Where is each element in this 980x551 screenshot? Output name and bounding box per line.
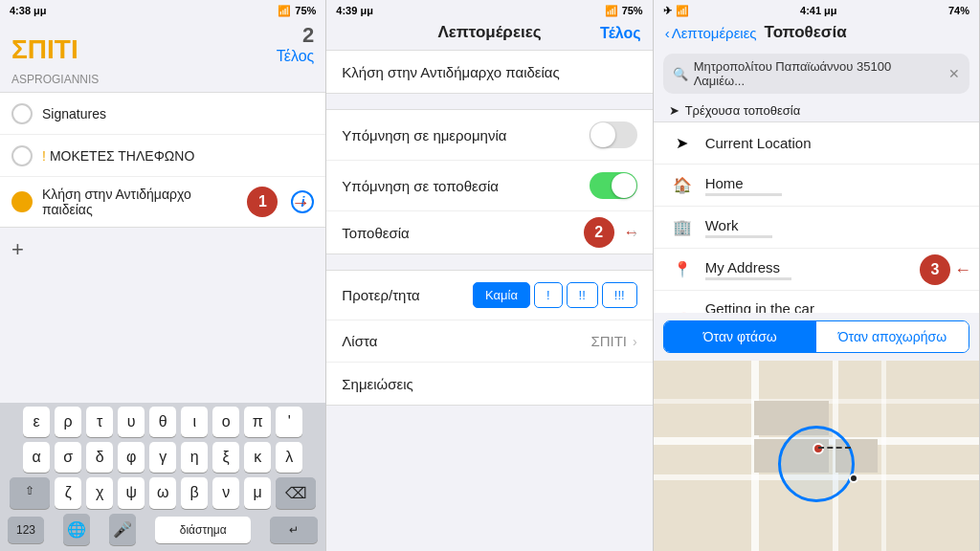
list-title: ΣΠΙΤΙ <box>11 34 78 65</box>
priority-none-button[interactable]: Καμία <box>473 282 530 308</box>
key-ps[interactable]: ψ <box>118 477 145 509</box>
key-g[interactable]: γ <box>149 442 176 473</box>
list-item[interactable]: ! ΜΟΚΕΤΕΣ ΤΗΛΕΦΩΝΟ <box>0 135 325 177</box>
key-f[interactable]: φ <box>118 442 145 473</box>
key-b[interactable]: β <box>181 477 208 509</box>
arrive-leave-tabs: Όταν φτάσω Όταν αποχωρήσω <box>663 320 969 353</box>
date-reminder-label: Υπόμνηση σε ημερομηνία <box>342 127 589 143</box>
delete-key[interactable]: ⌫ <box>276 477 316 509</box>
key-mic[interactable]: 🎤 <box>109 514 136 545</box>
done-button-1[interactable]: Τέλος <box>277 48 315 65</box>
warn-icon: ! <box>42 148 46 164</box>
list-item-my-address[interactable]: 📍 My Address 3 ← <box>654 249 979 291</box>
key-shift[interactable]: ⇧ <box>10 477 50 509</box>
key-num[interactable]: 123 <box>8 517 44 543</box>
tab-arrive[interactable]: Όταν φτάσω <box>664 321 816 352</box>
panel-location: ✈ 📶 4:41 μμ 74% ‹ Λεπτομέρειες Τοποθεσία… <box>654 0 980 551</box>
key-i[interactable]: ι <box>181 407 208 437</box>
notes-label: Σημειώσεις <box>342 376 636 392</box>
item-count: 2 <box>302 23 314 48</box>
key-n[interactable]: ν <box>212 477 239 509</box>
annotation-1: 1 <box>247 187 278 217</box>
detail-row-title: Κλήση στην Αντιδήμαρχο παιδείας <box>326 51 652 93</box>
key-o[interactable]: ο <box>212 407 239 437</box>
list-item-work[interactable]: 🏢 Work <box>654 207 979 249</box>
priority-2-button[interactable]: !! <box>567 282 598 308</box>
work-label: Work <box>705 217 772 233</box>
key-globe[interactable]: 🌐 <box>63 514 90 545</box>
date-reminder-toggle[interactable] <box>590 121 637 148</box>
annotation-3: 3 <box>920 254 950 285</box>
list-item-active[interactable]: Κλήση στην Αντιδήμαρχοπαιδείας i 1 → <box>0 177 325 227</box>
kb-row-2: α σ δ φ γ η ξ κ λ <box>2 442 323 473</box>
detail-row-priority: Προτερ/τητα Καμία ! !! !!! <box>326 271 652 320</box>
status-time-3: 4:41 μμ <box>800 5 837 16</box>
kb-row-3: ⇧ ζ χ ψ ω β ν μ ⌫ <box>2 477 323 509</box>
done-button-2[interactable]: Τέλος <box>600 25 641 42</box>
battery-label-1: 75% <box>295 5 316 16</box>
wifi-icon: 📶 <box>278 5 291 17</box>
location-header: ‹ Λεπτομέρειες Τοποθεσία <box>654 19 979 48</box>
details-title: Λεπτομέρειες <box>338 23 640 42</box>
annotation-2: 2 <box>584 217 614 248</box>
map-pin <box>813 443 824 454</box>
map-view[interactable] <box>654 361 979 551</box>
key-s[interactable]: σ <box>55 442 81 473</box>
priority-3-button[interactable]: !!! <box>602 282 637 308</box>
location-search[interactable]: 🔍 Μητροπολίτου Παπαϊωάννου 35100 Λαμιέω.… <box>663 54 969 94</box>
list-item-getting-in[interactable]: 🚗 Getting in the car When connected to a… <box>654 291 979 313</box>
location-reminder-label: Υπόμνηση σε τοποθεσία <box>342 178 589 194</box>
key-ch[interactable]: χ <box>86 477 113 509</box>
wifi-icon-2: 📶 <box>605 5 618 17</box>
key-d[interactable]: δ <box>86 442 113 473</box>
detail-row-list[interactable]: Λίστα ΣΠΙΤΙ › <box>326 320 652 363</box>
reminder-list: Signatures ! ΜΟΚΕΤΕΣ ΤΗΛΕΦΩΝΟ Κλήση στην… <box>0 92 325 228</box>
battery-label-3: 74% <box>948 5 969 16</box>
key-m[interactable]: μ <box>244 477 271 509</box>
location-reminder-toggle[interactable] <box>590 172 637 199</box>
status-left-3: ✈ 📶 <box>663 5 689 17</box>
keyboard: ε ρ τ υ θ ι ο π ' α σ δ φ γ η ξ κ λ <box>0 403 325 551</box>
list-item-current-location[interactable]: ➤ Current Location <box>654 122 979 165</box>
key-k[interactable]: κ <box>244 442 271 473</box>
current-location-label: Current Location <box>705 135 812 151</box>
key-x[interactable]: ξ <box>212 442 239 473</box>
list-item-home[interactable]: 🏠 Home <box>654 165 979 207</box>
arrow-3: ← <box>954 259 971 279</box>
key-p[interactable]: π <box>244 407 271 437</box>
chevron-right-icon-2: › <box>633 334 637 349</box>
tab-leave[interactable]: Όταν αποχωρήσω <box>816 321 969 352</box>
kb-bottom-row: 123 🌐 🎤 διάστημα ↵ <box>2 514 323 549</box>
key-apos[interactable]: ' <box>276 407 302 437</box>
key-h[interactable]: η <box>181 442 208 473</box>
status-icons-2: 📶 75% <box>605 5 643 17</box>
map-location-dot <box>849 474 858 483</box>
key-r[interactable]: ρ <box>55 407 81 437</box>
arrow-1: → <box>291 191 310 213</box>
search-clear-icon[interactable]: ✕ <box>948 66 960 81</box>
key-z[interactable]: ζ <box>55 477 81 509</box>
key-y[interactable]: υ <box>118 407 145 437</box>
priority-1-button[interactable]: ! <box>534 282 563 308</box>
key-l[interactable]: λ <box>276 442 302 473</box>
panel-details: 4:39 μμ 📶 75% Λεπτομέρειες Τέλος Κλήση σ… <box>326 0 653 551</box>
key-t[interactable]: τ <box>86 407 113 437</box>
key-w[interactable]: ω <box>149 477 176 509</box>
detail-row-notes[interactable]: Σημειώσεις <box>326 363 652 405</box>
key-space[interactable]: διάστημα <box>155 517 251 543</box>
navigation-icon-2: ➤ <box>669 134 696 152</box>
circle-icon <box>11 103 33 124</box>
list-item[interactable]: Signatures <box>0 93 325 135</box>
key-th[interactable]: θ <box>149 407 176 437</box>
details-section-extra: Προτερ/τητα Καμία ! !! !!! Λίστα ΣΠΙΤΙ ›… <box>326 270 652 406</box>
detail-row-location-value[interactable]: Τοποθεσία 2 ← › <box>326 211 652 253</box>
add-button[interactable]: + <box>0 228 325 272</box>
status-bar-3: ✈ 📶 4:41 μμ 74% <box>654 0 979 19</box>
back-label: Λεπτομέρειες <box>672 25 757 41</box>
back-button[interactable]: ‹ Λεπτομέρειες <box>665 25 757 41</box>
details-header: Λεπτομέρειες Τέλος <box>326 19 652 50</box>
key-a[interactable]: α <box>23 442 50 473</box>
key-return[interactable]: ↵ <box>270 517 318 543</box>
key-e[interactable]: ε <box>23 407 50 437</box>
kb-row-1: ε ρ τ υ θ ι ο π ' <box>2 407 323 437</box>
